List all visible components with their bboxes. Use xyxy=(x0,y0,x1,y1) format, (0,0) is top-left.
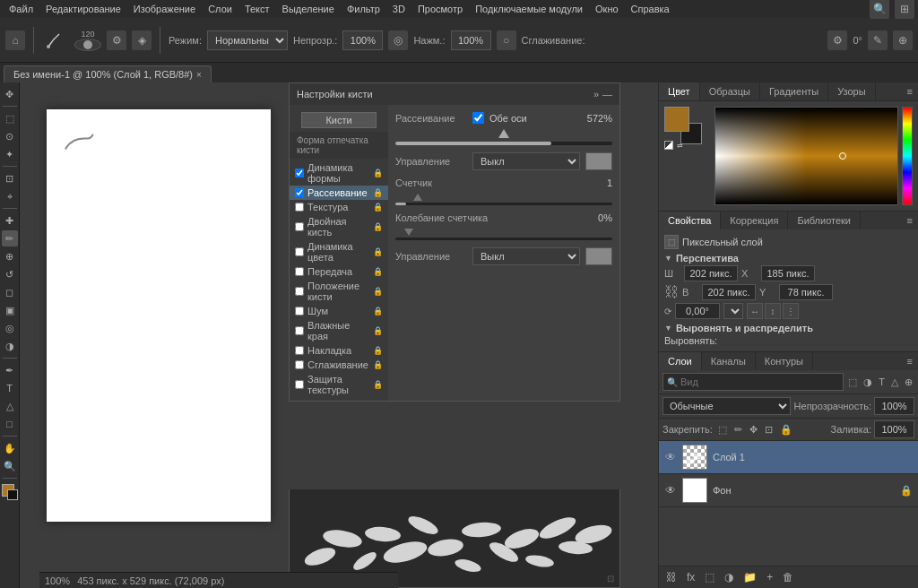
brush-icon[interactable] xyxy=(42,27,69,54)
menu-help[interactable]: Справка xyxy=(626,4,675,14)
y-input[interactable] xyxy=(779,284,833,300)
brushes-button[interactable]: Кисти xyxy=(301,112,377,128)
add-mask-btn[interactable]: ⬚ xyxy=(701,569,718,585)
cat-texture[interactable]: Текстура 🔒 xyxy=(290,200,388,214)
eyedropper-tool[interactable]: ⌖ xyxy=(2,188,18,204)
layer-visibility-2[interactable]: 👁 xyxy=(664,484,677,497)
pressure-opacity-icon[interactable]: ◎ xyxy=(388,30,408,50)
color-picker-gradient[interactable] xyxy=(714,107,898,205)
cat-brush-pose-check[interactable] xyxy=(295,287,304,296)
layers-search-box[interactable]: 🔍 xyxy=(663,373,844,391)
layer-filter-vector-icon[interactable]: △ xyxy=(889,375,900,390)
layer-item-1[interactable]: 👁 Слой 1 xyxy=(659,441,918,474)
cat-noise[interactable]: Шум 🔒 xyxy=(290,304,388,318)
foreground-color[interactable] xyxy=(2,484,18,500)
tab-close-btn[interactable]: × xyxy=(196,70,202,80)
menu-file[interactable]: Файл xyxy=(4,4,39,14)
history-brush-tool[interactable]: ↺ xyxy=(2,266,18,282)
lasso-tool[interactable]: ⊙ xyxy=(2,128,18,144)
shape-tool[interactable]: □ xyxy=(2,416,18,432)
cat-dual-brush[interactable]: Двойная кисть 🔒 xyxy=(290,214,388,239)
settings-icon[interactable]: ⚙ xyxy=(827,30,847,50)
properties-menu-icon[interactable]: ≡ xyxy=(902,212,918,229)
menu-3d[interactable]: 3D xyxy=(387,4,411,14)
cat-color-dynamics-check[interactable] xyxy=(295,247,304,256)
align-arrow[interactable]: ▼ xyxy=(664,324,672,333)
crop-tool[interactable]: ⊡ xyxy=(2,170,18,186)
layer-filter-pixel-icon[interactable]: ⬚ xyxy=(846,375,859,390)
new-group-btn[interactable]: 📁 xyxy=(740,569,760,585)
tab-corrections[interactable]: Коррекция xyxy=(721,212,788,229)
layers-search-input[interactable] xyxy=(680,376,839,387)
lock-artboard-btn[interactable]: ⊡ xyxy=(763,422,775,437)
blend-mode-select[interactable]: Обычные xyxy=(663,397,791,415)
brush-tool[interactable]: ✏ xyxy=(2,230,18,246)
blur-tool[interactable]: ◎ xyxy=(2,320,18,336)
brush-settings-icon[interactable]: ✎ xyxy=(868,30,888,50)
opacity-input[interactable] xyxy=(342,30,383,50)
selection-tool[interactable]: ⬚ xyxy=(2,110,18,126)
menu-filter[interactable]: Фильтр xyxy=(342,4,385,14)
cat-smoothing[interactable]: Сглаживание 🔒 xyxy=(290,358,388,372)
healing-tool[interactable]: ✚ xyxy=(2,212,18,229)
dodge-tool[interactable]: ◑ xyxy=(2,338,18,354)
new-layer-btn[interactable]: + xyxy=(763,569,776,585)
control-select[interactable]: Выкл xyxy=(472,152,580,170)
workspace-icon[interactable]: ⊞ xyxy=(895,0,914,19)
airbrush-icon[interactable]: ○ xyxy=(497,30,516,50)
preview-expand-icon[interactable]: ⊡ xyxy=(607,574,614,584)
adjustment-layer-btn[interactable]: ◑ xyxy=(721,569,737,585)
layer-filter-text-icon[interactable]: T xyxy=(877,375,887,389)
gradient-tool[interactable]: ▣ xyxy=(2,302,18,318)
layer-visibility-1[interactable]: 👁 xyxy=(664,451,677,463)
hand-tool[interactable]: ✋ xyxy=(2,440,18,456)
width-input[interactable] xyxy=(684,265,738,281)
pen-tool[interactable]: ✒ xyxy=(2,362,18,378)
menu-select[interactable]: Выделение xyxy=(277,4,340,14)
cat-transfer-check[interactable] xyxy=(295,267,304,276)
flow-input[interactable] xyxy=(451,30,491,50)
cat-brush-pose[interactable]: Положение кисти 🔒 xyxy=(290,279,388,304)
x-input[interactable] xyxy=(761,265,815,281)
menu-view[interactable]: Просмотр xyxy=(412,4,468,14)
opacity-input-layers[interactable] xyxy=(874,397,914,415)
tab-gradients[interactable]: Градиенты xyxy=(760,82,828,100)
layer-style-btn[interactable]: fx xyxy=(683,569,698,585)
control2-select[interactable]: Выкл xyxy=(472,247,580,265)
scatter-slider[interactable] xyxy=(395,142,612,145)
brush-angle-icon[interactable]: ◈ xyxy=(132,30,152,50)
home-icon[interactable]: ⌂ xyxy=(5,30,25,50)
panel-expand-icon[interactable]: » xyxy=(593,89,599,99)
link-layers-btn[interactable]: ⛓ xyxy=(663,569,680,585)
angle-input[interactable] xyxy=(675,303,720,319)
cat-noise-check[interactable] xyxy=(295,307,304,316)
cat-color-dynamics[interactable]: Динамика цвета 🔒 xyxy=(290,239,388,264)
path-tool[interactable]: △ xyxy=(2,398,18,414)
panel-header[interactable]: Настройки кисти » — xyxy=(290,83,619,105)
layer-filter-adjust-icon[interactable]: ◑ xyxy=(862,375,874,390)
cat-wet-edges-check[interactable] xyxy=(295,326,304,335)
foreground-swatch[interactable] xyxy=(664,107,689,132)
layer-filter-smart-icon[interactable]: ⊕ xyxy=(903,375,914,390)
menu-plugins[interactable]: Подключаемые модули xyxy=(470,4,588,14)
cat-buildup[interactable]: Накладка 🔒 xyxy=(290,343,388,358)
cat-protect-texture-check[interactable] xyxy=(295,380,304,389)
both-axes-check[interactable] xyxy=(472,112,484,124)
perspective-arrow[interactable]: ▼ xyxy=(664,254,672,263)
brush-options-icon[interactable]: ⚙ xyxy=(107,30,126,50)
document-tab[interactable]: Без имени-1 @ 100% (Слой 1, RGB/8#) × xyxy=(4,65,212,82)
tab-color[interactable]: Цвет xyxy=(659,82,700,100)
search-icon[interactable]: 🔍 xyxy=(870,0,889,19)
lock-position-btn[interactable]: ✥ xyxy=(748,422,759,437)
magic-wand-tool[interactable]: ✦ xyxy=(2,146,18,162)
lock-paint-btn[interactable]: ✏ xyxy=(732,422,744,437)
angle-select[interactable] xyxy=(723,303,743,319)
cat-dynamic-form-check[interactable] xyxy=(295,169,304,177)
cat-transfer[interactable]: Передача 🔒 xyxy=(290,264,388,279)
tab-paths[interactable]: Контуры xyxy=(756,352,813,370)
menu-edit[interactable]: Редактирование xyxy=(40,4,126,14)
lock-all-btn[interactable]: 🔒 xyxy=(778,422,794,437)
tab-swatches[interactable]: Образцы xyxy=(700,82,760,100)
menu-image[interactable]: Изображение xyxy=(128,4,201,14)
cat-scatter[interactable]: Рассеивание 🔒 xyxy=(290,186,388,200)
